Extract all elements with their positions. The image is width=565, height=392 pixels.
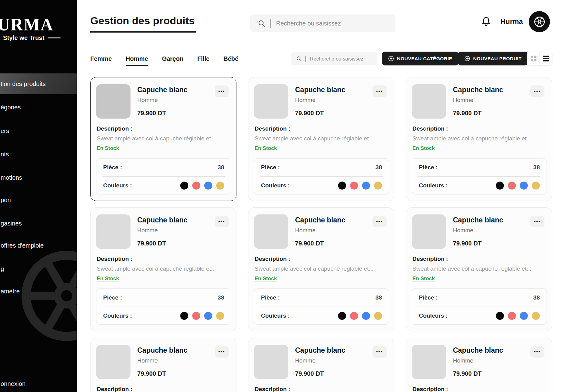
swatch-black[interactable]: [180, 182, 188, 190]
sidebar-item-deconnexion[interactable]: onnexion: [0, 380, 77, 387]
swatch-yellow[interactable]: [374, 182, 382, 190]
swatch-red[interactable]: [350, 312, 358, 320]
swatch-blue[interactable]: [204, 182, 212, 190]
product-image-placeholder: [96, 214, 131, 249]
card-menu-button[interactable]: •••: [215, 216, 229, 227]
list-view-icon: [543, 56, 549, 61]
sidebar-item-2[interactable]: ers: [0, 127, 77, 135]
product-card[interactable]: Capuche blanc Homme 79.900 DT ••• Descri…: [248, 338, 394, 392]
wheel-avatar-icon: [533, 15, 546, 29]
card-menu-button[interactable]: •••: [530, 85, 544, 97]
header-search-input[interactable]: [276, 20, 395, 27]
piece-row: Pièce : 38: [96, 159, 231, 176]
piece-label: Pièce :: [419, 294, 438, 301]
swatch-black[interactable]: [496, 182, 504, 190]
tab-homme[interactable]: Homme: [126, 55, 148, 66]
card-menu-button[interactable]: •••: [372, 346, 387, 358]
stock-badge[interactable]: En Stock: [97, 145, 119, 151]
color-swatches: [338, 182, 382, 190]
notifications-button[interactable]: [480, 15, 492, 29]
swatch-red[interactable]: [192, 182, 200, 190]
tab-femme[interactable]: Femme: [90, 55, 112, 66]
list-view-button[interactable]: [540, 52, 552, 65]
product-price: 79.900 DT: [453, 240, 481, 247]
description-label: Description :: [97, 125, 132, 132]
sidebar-item-produits[interactable]: tion des produits: [0, 73, 77, 94]
swatch-red[interactable]: [192, 312, 200, 320]
product-card[interactable]: Capuche blanc Homme 79.900 DT ••• Descri…: [406, 77, 552, 201]
stock-badge[interactable]: En Stock: [255, 145, 277, 151]
product-card[interactable]: Capuche blanc Homme 79.900 DT ••• Descri…: [406, 338, 552, 392]
product-image-placeholder: [96, 84, 131, 119]
stock-badge[interactable]: En Stock: [97, 276, 119, 282]
description-text: Sweat ample avec col à capuche réglable …: [97, 135, 231, 142]
product-card[interactable]: Capuche blanc Homme 79.900 DT ••• Descri…: [406, 207, 552, 331]
swatch-black[interactable]: [338, 312, 346, 320]
card-menu-button[interactable]: •••: [372, 85, 387, 97]
colors-row: Couleurs :: [96, 177, 231, 194]
swatch-black[interactable]: [496, 312, 504, 320]
card-menu-button[interactable]: •••: [215, 346, 229, 358]
tab-fille[interactable]: Fille: [197, 55, 209, 66]
new-product-button[interactable]: NOUVEAU PRODUIT: [458, 52, 528, 65]
sidebar-item-categories[interactable]: égories: [0, 104, 77, 111]
piece-label: Pièce :: [419, 164, 438, 171]
product-image-placeholder: [254, 345, 288, 379]
ellipsis-icon: •••: [534, 88, 541, 94]
product-image-placeholder: [412, 214, 446, 249]
product-card[interactable]: Capuche blanc Homme 79.900 DT ••• Descri…: [248, 77, 394, 201]
header-search[interactable]: [250, 14, 395, 32]
product-card[interactable]: Capuche blanc Homme 79.900 DT ••• Descri…: [90, 338, 236, 392]
swatch-yellow[interactable]: [216, 182, 224, 190]
card-menu-button[interactable]: •••: [530, 346, 544, 358]
product-card[interactable]: Capuche blanc Homme 79.900 DT ••• Descri…: [90, 77, 236, 201]
swatch-yellow[interactable]: [374, 312, 382, 320]
tab-bebe[interactable]: Bébé: [223, 55, 238, 66]
toolbar-search[interactable]: [291, 52, 377, 65]
sidebar-item-3[interactable]: nts: [0, 151, 77, 158]
grid-view-button[interactable]: [527, 52, 540, 65]
product-price: 79.900 DT: [137, 110, 166, 117]
colors-label: Couleurs :: [261, 312, 290, 319]
swatch-red[interactable]: [350, 182, 358, 190]
swatch-blue[interactable]: [520, 312, 528, 320]
piece-count: 38: [533, 164, 540, 171]
product-price: 79.900 DT: [295, 240, 324, 247]
swatch-red[interactable]: [508, 182, 516, 190]
sidebar-item-magasines[interactable]: gasines: [0, 220, 77, 227]
swatch-black[interactable]: [180, 312, 188, 320]
swatch-blue[interactable]: [520, 182, 528, 190]
product-card[interactable]: Capuche blanc Homme 79.900 DT ••• Descri…: [90, 207, 236, 331]
description-text: Sweat ample avec col à capuche réglable …: [412, 135, 547, 142]
swatch-yellow[interactable]: [532, 312, 540, 320]
piece-count: 38: [376, 164, 382, 171]
sidebar-item-promotions[interactable]: motions: [0, 174, 77, 181]
swatch-yellow[interactable]: [532, 182, 540, 190]
swatch-black[interactable]: [338, 182, 346, 190]
swatch-yellow[interactable]: [216, 312, 224, 320]
stock-badge[interactable]: En Stock: [255, 276, 277, 282]
card-menu-button[interactable]: •••: [215, 85, 229, 97]
sidebar-item-8[interactable]: g: [0, 265, 77, 272]
product-card[interactable]: Capuche blanc Homme 79.900 DT ••• Descri…: [248, 207, 394, 331]
card-menu-button[interactable]: •••: [372, 216, 387, 227]
stock-badge[interactable]: En Stock: [412, 276, 435, 282]
sidebar-item-coupon[interactable]: pon: [0, 197, 77, 204]
new-category-button[interactable]: NOUVEAU CATÉGORIE: [382, 52, 459, 65]
sidebar-item-offres-emploie[interactable]: offres d'emploie: [0, 242, 77, 249]
stock-badge[interactable]: En Stock: [412, 145, 435, 151]
product-category: Homme: [453, 97, 473, 104]
avatar[interactable]: [529, 11, 550, 32]
swatch-blue[interactable]: [362, 182, 370, 190]
card-menu-button[interactable]: •••: [530, 216, 544, 227]
description-label: Description :: [97, 256, 132, 262]
piece-count: 38: [218, 294, 224, 301]
sidebar-item-parametre[interactable]: amètre: [0, 288, 77, 295]
product-grid: Capuche blanc Homme 79.900 DT ••• Descri…: [90, 77, 552, 392]
swatch-blue[interactable]: [204, 312, 212, 320]
swatch-red[interactable]: [508, 312, 516, 320]
tab-garcon[interactable]: Garçon: [162, 55, 183, 66]
toolbar-search-input[interactable]: [310, 56, 377, 62]
piece-label: Pièce :: [103, 294, 122, 301]
swatch-blue[interactable]: [362, 312, 370, 320]
